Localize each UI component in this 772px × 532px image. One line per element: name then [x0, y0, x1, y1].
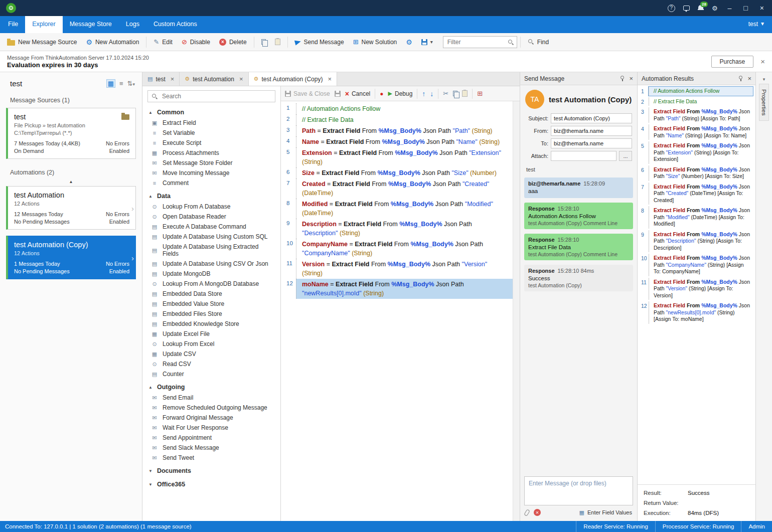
copy-button[interactable]: [257, 37, 270, 47]
action-set-variable[interactable]: ≡Set Variable: [142, 128, 280, 138]
action-embedded-value-store[interactable]: ▤Embedded Value Store: [142, 299, 280, 309]
subject-field[interactable]: [551, 113, 632, 123]
code-line-11[interactable]: 11Version = Extract Field From %Msg_Body…: [281, 259, 513, 279]
result-item-4[interactable]: 4Extract Field From %Msg_Body% Json Path…: [638, 124, 755, 140]
action-send-email[interactable]: ✉Send Email: [142, 393, 280, 403]
move-down-button[interactable]: [430, 90, 433, 97]
delete-button[interactable]: Delete: [215, 36, 251, 48]
action-counter[interactable]: ▤Counter: [142, 369, 280, 379]
solution-settings-button[interactable]: [402, 36, 416, 48]
result-item-10[interactable]: 10Extract Field From %Msg_Body% Json Pat…: [638, 254, 755, 276]
action-embedded-files-store[interactable]: ▤Embedded Files Store: [142, 309, 280, 319]
action-update-csv[interactable]: ▦Update CSV: [142, 349, 280, 359]
menu-tab-logs[interactable]: Logs: [119, 16, 146, 33]
tab-close-icon[interactable]: [171, 76, 175, 82]
category-documents[interactable]: ▼Documents: [142, 463, 280, 476]
category-office365[interactable]: ▼Office365: [142, 476, 280, 490]
action-process-attachments[interactable]: ▦Process Attachments: [142, 148, 280, 158]
code-line-2[interactable]: 2// Extract File Data: [281, 114, 513, 125]
disable-button[interactable]: Disable: [178, 36, 214, 48]
find-button[interactable]: Find: [524, 36, 553, 48]
code-line-5[interactable]: 5Extension = Extract Field From %Msg_Bod…: [281, 147, 513, 167]
close-button[interactable]: [758, 5, 766, 12]
pin-icon[interactable]: [620, 76, 625, 81]
view-list-icon[interactable]: [119, 80, 123, 87]
doc-tab-test[interactable]: test: [142, 72, 180, 86]
menu-tab-custom-actions[interactable]: Custom Actions: [146, 16, 204, 33]
result-item-9[interactable]: 9Extract Field From %Msg_Body% Json Path…: [638, 230, 755, 253]
code-line-3[interactable]: 3Path = Extract Field From %Msg_Body% Js…: [281, 125, 513, 136]
automation-card-test-automation[interactable]: test Automation12 Actions12 Messages Tod…: [6, 186, 136, 230]
menu-tab-explorer[interactable]: Explorer: [25, 16, 63, 33]
action-lookup-from-a-database[interactable]: ⊙Lookup From A Database: [142, 202, 280, 212]
action-wait-for-user-response[interactable]: ✉Wait For User Response: [142, 423, 280, 433]
properties-tab[interactable]: Properties: [759, 84, 769, 121]
result-item-12[interactable]: 12Extract Field From %Msg_Body% Json Pat…: [638, 301, 755, 324]
action-lookup-from-a-mongodb-database[interactable]: ⊙Lookup From A MongoDB Database: [142, 279, 280, 289]
new-message-source-button[interactable]: New Message Source: [3, 36, 81, 48]
maximize-button[interactable]: [741, 5, 749, 12]
action-send-slack-message[interactable]: ✉Send Slack Message: [142, 443, 280, 453]
enter-field-values-button[interactable]: Enter Field Values: [579, 509, 632, 515]
pin-icon[interactable]: [738, 76, 743, 81]
panel-close-icon[interactable]: [747, 75, 751, 82]
new-automation-button[interactable]: New Automation: [82, 36, 143, 48]
code-line-7[interactable]: 7Created = Extract Field From %Msg_Body%…: [281, 179, 513, 199]
purchase-button[interactable]: Purchase: [711, 56, 754, 68]
paste-action-button[interactable]: [462, 90, 468, 97]
action-set-message-store-folder[interactable]: ✉Set Message Store Folder: [142, 158, 280, 168]
action-open-database-reader[interactable]: ⊙Open Database Reader: [142, 212, 280, 222]
action-update-mongodb[interactable]: ▤Update MongoDB: [142, 269, 280, 279]
code-line-10[interactable]: 10CompanyName = Extract Field From %Msg_…: [281, 239, 513, 259]
code-line-6[interactable]: 6Size = Extract Field From %Msg_Body% Js…: [281, 167, 513, 179]
action-send-appointment[interactable]: ✉Send Appointment: [142, 433, 280, 443]
help-icon[interactable]: [668, 5, 675, 12]
user-menu[interactable]: test: [741, 16, 771, 33]
code-line-4[interactable]: 4Name = Extract Field From %Msg_Body% Js…: [281, 136, 513, 147]
collapse-automations-icon[interactable]: [0, 179, 142, 185]
result-item-3[interactable]: 3Extract Field From %Msg_Body% Json Path…: [638, 107, 755, 123]
attach-field[interactable]: [551, 151, 616, 161]
code-line-8[interactable]: 8Modified = Extract Field From %Msg_Body…: [281, 199, 513, 219]
tab-close-icon[interactable]: [239, 76, 243, 82]
result-item-8[interactable]: 8Extract Field From %Msg_Body% Json Path…: [638, 206, 755, 229]
minimize-button[interactable]: [726, 5, 734, 12]
tab-close-icon[interactable]: [328, 76, 332, 82]
result-item-1[interactable]: 1// Automation Actions Follow: [638, 87, 755, 96]
action-execute-a-database-command[interactable]: ▤Execute A Database Command: [142, 222, 280, 232]
category-outgoing[interactable]: ▲Outgoing: [142, 379, 280, 393]
code-line-9[interactable]: 9Description = Extract Field From %Msg_B…: [281, 219, 513, 239]
action-update-a-database-using-extracted-fields[interactable]: ▤Update A Database Using Extracted Field…: [142, 242, 280, 259]
actions-search-input[interactable]: [147, 90, 275, 102]
record-button[interactable]: [380, 91, 383, 97]
send-message-button[interactable]: Send Message: [291, 36, 348, 48]
editor-scrollbar[interactable]: [513, 101, 520, 521]
attachment-clip-icon[interactable]: [524, 509, 530, 516]
cut-button[interactable]: [443, 90, 448, 97]
result-item-5[interactable]: 5Extract Field From %Msg_Body% Json Path…: [638, 141, 755, 164]
notifications-bell-icon[interactable]: 28: [698, 5, 704, 12]
action-send-tweet[interactable]: ✉Send Tweet: [142, 453, 280, 463]
code-line-1[interactable]: 1// Automation Actions Follow: [281, 103, 513, 114]
paste-button[interactable]: [271, 36, 284, 48]
view-grid-icon[interactable]: [106, 79, 115, 88]
debug-button[interactable]: Debug: [388, 90, 413, 97]
action-remove-scheduled-outgoing-message[interactable]: ✉Remove Scheduled Outgoing Message: [142, 403, 280, 413]
filter-input[interactable]: [443, 36, 517, 48]
to-field[interactable]: [551, 138, 632, 148]
action-execute-script[interactable]: ≡Execute Script: [142, 138, 280, 148]
result-item-2[interactable]: 2// Extract File Data: [638, 97, 755, 106]
category-common[interactable]: ▲Common: [142, 104, 280, 118]
move-up-button[interactable]: [422, 90, 425, 97]
action-update-a-database-using-csv-or-json[interactable]: ▤Update A Database Using CSV Or Json: [142, 259, 280, 269]
doc-tab-test-automation[interactable]: test Automation: [180, 72, 248, 86]
from-field[interactable]: [551, 126, 632, 136]
category-data[interactable]: ▲Data: [142, 188, 280, 202]
menu-tab-file[interactable]: File: [1, 16, 25, 33]
action-comment[interactable]: ≡Comment: [142, 178, 280, 188]
attach-browse-button[interactable]: ...: [619, 151, 632, 161]
menu-tab-message-store[interactable]: Message Store: [63, 16, 119, 33]
source-card-test[interactable]: testFile Pickup » test AutomationC:\Temp…: [6, 108, 136, 159]
code-line-12[interactable]: 12moName = Extract Field From %Msg_Body%…: [281, 279, 513, 299]
result-item-7[interactable]: 7Extract Field From %Msg_Body% Json Path…: [638, 183, 755, 205]
